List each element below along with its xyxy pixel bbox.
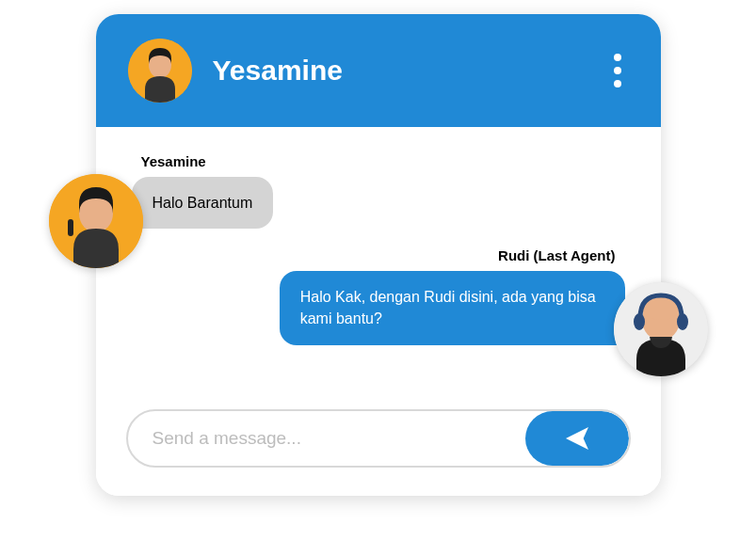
send-icon	[562, 423, 592, 453]
person-icon	[49, 174, 143, 268]
contact-name: Yesamine	[213, 55, 586, 87]
contact-avatar[interactable]	[128, 39, 192, 103]
more-menu-icon	[614, 54, 621, 61]
more-menu-button[interactable]	[606, 46, 629, 95]
person-icon	[128, 39, 192, 103]
svg-point-9	[677, 313, 688, 330]
chat-composer	[96, 390, 661, 496]
person-headset-icon	[614, 282, 708, 376]
message-incoming: Yesamine Halo Barantum	[132, 153, 625, 229]
send-button[interactable]	[525, 411, 629, 466]
message-outgoing: Rudi (Last Agent) Halo Kak, dengan Rudi …	[132, 247, 625, 344]
message-sender-label: Yesamine	[132, 153, 625, 169]
message-bubble: Halo Barantum	[132, 177, 274, 229]
customer-avatar-floating	[49, 174, 143, 268]
chat-messages: Yesamine Halo Barantum Rudi (Last Agent)…	[96, 127, 661, 390]
message-input[interactable]	[128, 411, 525, 466]
svg-rect-4	[68, 219, 73, 236]
chat-window: Yesamine Yesamine Halo Barantum Rudi (La…	[96, 14, 661, 496]
message-bubble: Halo Kak, dengan Rudi disini, ada yang b…	[280, 271, 625, 344]
message-sender-label: Rudi (Last Agent)	[132, 247, 625, 263]
chat-header: Yesamine	[96, 14, 661, 127]
svg-point-8	[634, 313, 645, 330]
composer-input-wrapper	[126, 409, 631, 468]
agent-avatar-floating	[614, 282, 708, 376]
